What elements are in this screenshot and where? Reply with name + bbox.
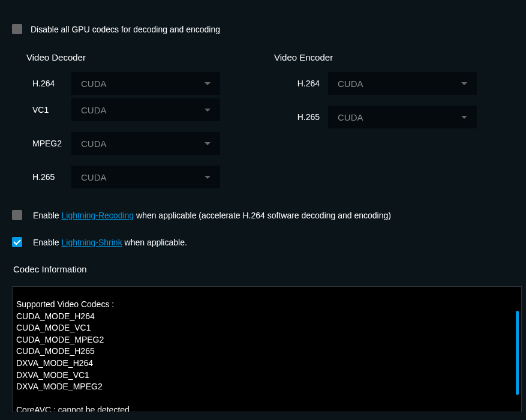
decoder-h264-value: CUDA [81, 79, 107, 89]
lightning-shrink-label: Enable Lightning-Shrink when applicable. [33, 238, 187, 247]
lightning-recoding-label: Enable Lightning-Recoding when applicabl… [33, 211, 391, 220]
decoder-h265-label: H.265 [32, 172, 71, 182]
encoder-h265-dropdown[interactable]: CUDA [328, 106, 477, 128]
video-encoder-column: Video Encoder H.264 CUDA H.265 CUDA [274, 52, 477, 192]
scrollbar-thumb[interactable] [516, 311, 519, 395]
decoder-mpeg2-label: MPEG2 [32, 139, 71, 148]
chevron-down-icon [205, 142, 211, 145]
chevron-down-icon [461, 116, 467, 119]
lightning-shrink-suffix: when applicable. [122, 238, 187, 247]
decoder-vc1-value: CUDA [81, 105, 107, 115]
disable-gpu-codecs-checkbox[interactable] [12, 24, 22, 34]
codec-information-text: Supported Video Codecs : CUDA_MODE_H264 … [16, 299, 518, 412]
encoder-h265-label: H.265 [280, 112, 328, 122]
decoder-mpeg2-value: CUDA [81, 139, 107, 149]
video-decoder-column: Video Decoder H.264 CUDA VC1 CUDA MPEG2 [26, 52, 220, 192]
lightning-shrink-link[interactable]: Lightning-Shrink [61, 238, 122, 247]
decoder-mpeg2-dropdown[interactable]: CUDA [71, 132, 220, 155]
chevron-down-icon [205, 82, 211, 85]
decoder-vc1-label: VC1 [32, 105, 71, 115]
lightning-recoding-suffix: when applicable (accelerate H.264 softwa… [134, 211, 391, 220]
codec-information-box: Supported Video Codecs : CUDA_MODE_H264 … [12, 286, 522, 412]
chevron-down-icon [461, 82, 467, 85]
lightning-recoding-prefix: Enable [33, 211, 61, 220]
lightning-recoding-checkbox[interactable] [12, 210, 22, 220]
disable-gpu-codecs-label: Disable all GPU codecs for decoding and … [31, 25, 220, 34]
lightning-recoding-link[interactable]: Lightning-Recoding [61, 211, 134, 220]
decoder-h264-dropdown[interactable]: CUDA [71, 72, 220, 95]
decoder-h264-label: H.264 [32, 79, 71, 88]
lightning-shrink-prefix: Enable [33, 238, 61, 247]
decoder-h265-dropdown[interactable]: CUDA [71, 166, 220, 188]
decoder-h265-value: CUDA [81, 172, 107, 182]
encoder-h264-dropdown[interactable]: CUDA [328, 72, 477, 95]
chevron-down-icon [205, 176, 211, 179]
encoder-h264-label: H.264 [280, 79, 328, 88]
codec-information-heading: Codec Information [12, 264, 514, 274]
decoder-vc1-dropdown[interactable]: CUDA [71, 98, 220, 121]
video-encoder-heading: Video Encoder [274, 52, 477, 62]
chevron-down-icon [205, 109, 211, 112]
encoder-h265-value: CUDA [338, 112, 363, 122]
video-decoder-heading: Video Decoder [26, 52, 220, 62]
lightning-shrink-checkbox[interactable] [12, 237, 22, 247]
encoder-h264-value: CUDA [338, 79, 363, 89]
